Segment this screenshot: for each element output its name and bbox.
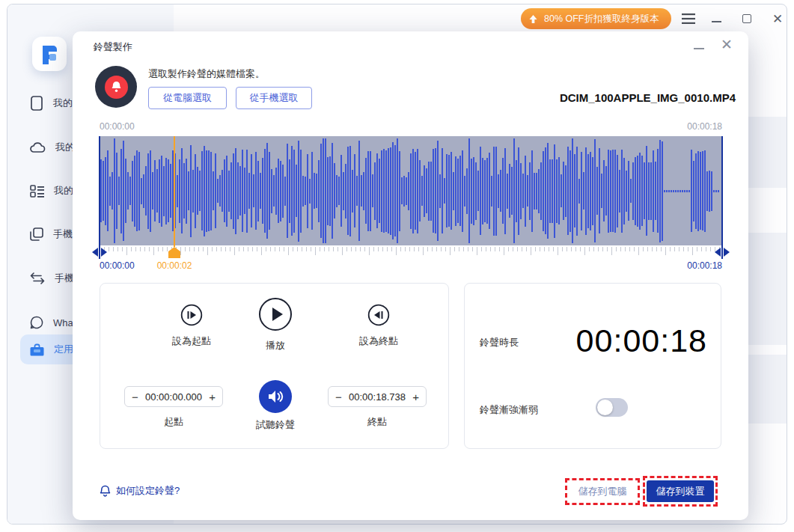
minimize-icon xyxy=(712,21,721,22)
end-point-label: 終點 xyxy=(338,415,416,429)
chat-bubble-icon xyxy=(30,316,43,329)
ringtone-maker-dialog: 鈴聲製作 ✕ 選取製作鈴聲的媒體檔案。 從電腦選取 從手機選取 DCIM_100… xyxy=(73,31,748,520)
app-logo xyxy=(32,37,67,71)
timeline-ruler xyxy=(100,247,722,258)
save-to-device-annotation: 儲存到裝置 xyxy=(643,476,718,507)
trim-end-line xyxy=(721,136,723,259)
copy-icon xyxy=(30,227,43,241)
phone-icon xyxy=(30,96,43,111)
how-to-set-ringtone-link[interactable]: 如何設定鈴聲? xyxy=(100,484,180,498)
start-time-value: 00:00:00.000 xyxy=(145,391,202,403)
fade-toggle[interactable] xyxy=(596,398,628,417)
waveform[interactable] xyxy=(100,136,722,245)
preview-label: 試聽鈴聲 xyxy=(236,418,314,432)
dialog-close-button[interactable]: ✕ xyxy=(719,36,734,54)
transfer-arrows-icon xyxy=(30,272,45,284)
fade-label: 鈴聲漸強漸弱 xyxy=(480,403,538,417)
select-from-phone-button[interactable]: 從手機選取 xyxy=(236,87,312,109)
trim-start-handle[interactable] xyxy=(92,246,107,258)
ringtone-summary-panel: 鈴聲時長 00:00:18 鈴聲漸強漸弱 xyxy=(464,283,721,449)
duration-value: 00:00:18 xyxy=(576,322,707,359)
duration-label: 鈴聲時長 xyxy=(480,336,519,349)
up-arrow-icon xyxy=(528,14,538,24)
bell-outline-icon xyxy=(100,485,111,498)
dialog-subtitle: 選取製作鈴聲的媒體檔案。 xyxy=(148,67,265,81)
help-link-label: 如何設定鈴聲? xyxy=(116,484,180,498)
playhead-time-label: 00:00:02 xyxy=(144,260,204,271)
toggle-knob xyxy=(597,400,613,415)
set-end-button[interactable] xyxy=(367,304,390,326)
left-triangle-icon xyxy=(92,248,98,257)
window-minimize-button[interactable] xyxy=(708,11,724,26)
play-icon xyxy=(258,297,293,331)
right-triangle-icon xyxy=(101,248,107,257)
start-time-stepper[interactable]: − 00:00:00.000 + xyxy=(124,386,223,407)
minus-button[interactable]: − xyxy=(132,391,138,403)
play-button[interactable] xyxy=(258,297,293,331)
promo-banner-label: 80% OFF折扣獲取終身版本 xyxy=(544,13,659,25)
window-close-button[interactable]: ✕ xyxy=(769,11,786,26)
select-from-computer-button[interactable]: 從電腦選取 xyxy=(148,87,227,109)
set-end-label: 設為終點 xyxy=(340,334,418,348)
set-start-button[interactable] xyxy=(180,304,203,326)
dialog-title: 鈴聲製作 xyxy=(94,40,132,54)
media-filename: DCIM_100APPLE_IMG_0010.MP4 xyxy=(560,91,736,104)
waveform-end-time-bottom: 00:00:18 xyxy=(687,260,722,271)
promo-banner-button[interactable]: 80% OFF折扣獲取終身版本 xyxy=(521,8,671,29)
right-triangle-icon xyxy=(724,248,730,257)
skip-start-icon xyxy=(180,304,203,326)
trim-controls-panel: 設為起點 播放 設為終點 − 00:00:00.000 + − 00:00:18… xyxy=(100,283,449,449)
left-triangle-icon xyxy=(715,248,721,257)
toolbox-icon xyxy=(30,343,44,356)
speaker-icon xyxy=(267,389,284,404)
set-start-label: 設為起點 xyxy=(153,334,230,348)
dialog-minimize-button[interactable] xyxy=(692,36,706,54)
brand-f-icon xyxy=(39,43,60,64)
play-label: 播放 xyxy=(246,339,305,352)
cloud-icon xyxy=(30,141,46,153)
window-maximize-button[interactable] xyxy=(739,11,755,26)
maximize-icon xyxy=(742,14,751,23)
menu-button[interactable] xyxy=(680,11,697,26)
save-to-computer-annotation: 儲存到電腦 xyxy=(565,478,640,505)
skip-end-icon xyxy=(367,304,390,326)
plus-button[interactable]: + xyxy=(209,391,216,403)
backup-list-icon xyxy=(30,185,44,198)
trim-start-line xyxy=(99,136,100,259)
plus-button[interactable]: + xyxy=(412,391,419,403)
waveform-start-time-bottom: 00:00:00 xyxy=(100,260,135,271)
playhead-line[interactable] xyxy=(174,136,175,247)
minus-button[interactable]: − xyxy=(335,391,342,403)
save-to-device-button[interactable]: 儲存到裝置 xyxy=(647,480,714,502)
hamburger-icon xyxy=(682,13,695,24)
ringtone-badge xyxy=(95,66,137,108)
close-icon: ✕ xyxy=(772,11,783,27)
waveform-start-time-top: 00:00:00 xyxy=(100,121,135,132)
save-to-computer-button[interactable]: 儲存到電腦 xyxy=(568,481,637,502)
bell-icon xyxy=(105,76,128,99)
end-time-stepper[interactable]: − 00:00:18.738 + xyxy=(328,386,427,407)
start-point-label: 起點 xyxy=(135,415,213,429)
waveform-section: 00:00:00 00:00:18 00:00:00 00:00:02 00:0… xyxy=(100,121,722,275)
minimize-icon xyxy=(694,48,704,49)
close-icon: ✕ xyxy=(721,37,733,52)
end-time-value: 00:00:18.738 xyxy=(349,391,406,403)
preview-ringtone-button[interactable] xyxy=(259,380,292,413)
trim-end-handle[interactable] xyxy=(715,246,730,258)
app-window: 80% OFF折扣獲取終身版本 ✕ 我的裝置 我的 iClou xyxy=(0,0,794,532)
waveform-end-time-top: 00:00:18 xyxy=(687,121,722,132)
